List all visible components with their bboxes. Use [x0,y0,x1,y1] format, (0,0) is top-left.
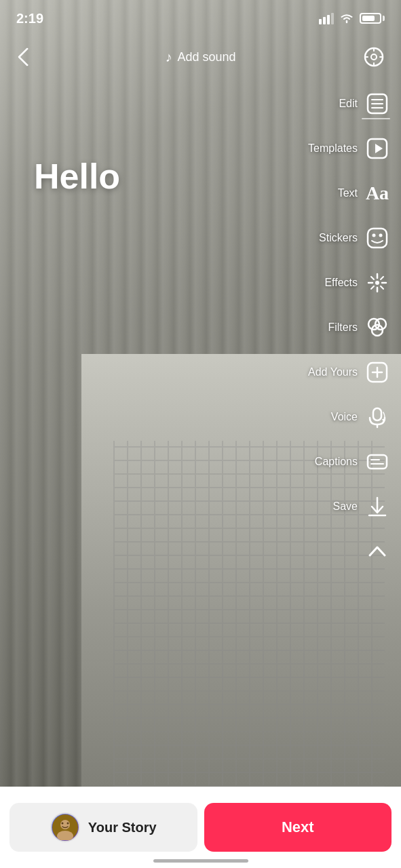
voice-icon [364,404,390,430]
top-header: ♪ Add sound [0,37,401,77]
filters-icon [364,315,390,340]
text-icon: Aa [364,180,390,206]
templates-tool[interactable]: Templates [305,126,393,171]
save-label: Save [333,500,358,513]
home-indicator [153,859,248,863]
filters-label: Filters [328,321,358,334]
status-icons [319,12,385,24]
edit-label: Edit [339,98,358,110]
add-yours-label: Add Yours [308,366,358,378]
your-story-button[interactable]: Your Story [9,803,197,852]
svg-rect-37 [368,455,387,469]
captions-label: Captions [315,456,358,468]
svg-rect-1 [323,17,326,24]
svg-point-17 [373,234,376,237]
back-button[interactable] [12,42,42,72]
captions-icon [364,449,390,475]
add-yours-icon [364,359,390,385]
svg-line-24 [381,286,383,289]
battery-icon [360,13,385,24]
svg-line-26 [371,286,374,289]
svg-point-5 [371,54,377,60]
stickers-tool[interactable]: Stickers [316,216,393,260]
svg-point-45 [61,823,63,825]
add-sound-button[interactable]: ♪ Add sound [165,50,235,65]
status-time: 2:19 [16,11,43,26]
svg-marker-15 [375,144,383,153]
svg-point-18 [379,234,383,237]
svg-point-27 [375,281,379,285]
stickers-label: Stickers [319,232,358,244]
effects-tool[interactable]: Effects [322,260,393,305]
svg-line-25 [381,277,383,279]
text-label: Text [338,187,358,199]
filters-tool[interactable]: Filters [325,305,393,350]
stickers-icon [364,225,390,251]
svg-line-23 [371,277,374,279]
back-chevron-icon [18,47,37,66]
add-sound-label: Add sound [177,50,235,64]
right-sidebar: Edit Templates Text Aa Stickers [305,81,393,574]
svg-rect-34 [373,408,381,420]
settings-button[interactable] [359,42,389,72]
next-label: Next [282,818,314,836]
avatar [50,812,80,842]
captions-tool[interactable]: Captions [312,439,393,484]
voice-tool[interactable]: Voice [328,395,393,439]
your-story-label: Your Story [88,820,157,835]
music-icon: ♪ [165,50,172,65]
text-tool[interactable]: Text Aa [335,171,393,216]
voice-label: Voice [331,411,358,423]
edit-tool[interactable]: Edit [336,81,393,126]
svg-point-46 [66,823,69,825]
chevron-up-icon [364,538,390,564]
svg-rect-2 [327,15,330,24]
svg-rect-3 [331,13,334,24]
gear-icon [363,46,385,68]
avatar-face-icon [52,814,78,840]
wifi-icon [339,13,354,24]
status-bar: 2:19 [0,0,401,37]
save-icon [364,494,390,519]
svg-rect-16 [368,229,387,248]
templates-icon [364,136,390,161]
templates-label: Templates [308,142,358,155]
edit-icon [364,91,390,117]
next-button[interactable]: Next [204,803,392,852]
svg-rect-0 [319,19,322,24]
collapse-tool[interactable] [362,529,393,574]
save-tool[interactable]: Save [330,484,393,529]
hello-overlay-text: Hello [34,156,265,197]
effects-label: Effects [324,277,358,289]
effects-icon [364,270,390,296]
signal-icon [319,12,334,24]
add-yours-tool[interactable]: Add Yours [305,350,393,395]
bottom-bar: Your Story Next [0,787,401,868]
